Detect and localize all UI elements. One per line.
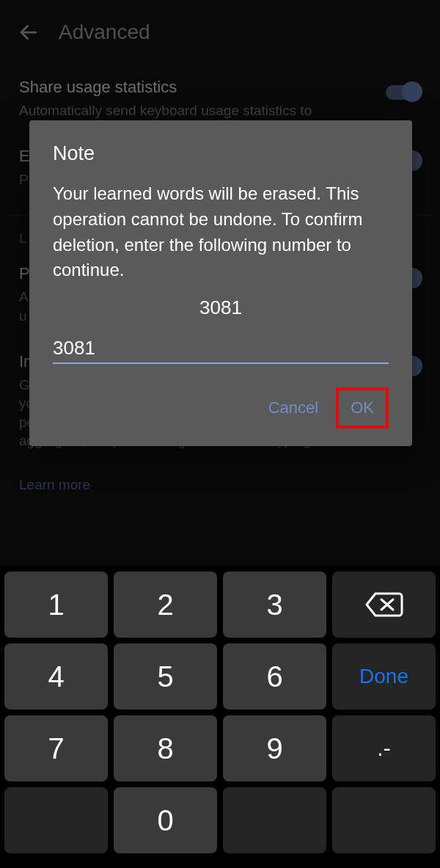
key-blank-left[interactable] xyxy=(4,787,108,853)
dialog-body: Your learned words will be erased. This … xyxy=(53,181,389,283)
key-symbols[interactable]: .- xyxy=(332,715,436,781)
done-key[interactable]: Done xyxy=(332,643,436,710)
key-0[interactable]: 0 xyxy=(114,787,217,853)
dialog-input-wrap xyxy=(53,337,389,364)
key-blank-right[interactable] xyxy=(332,787,436,853)
key-1[interactable]: 1 xyxy=(4,572,108,638)
key-3[interactable]: 3 xyxy=(223,572,326,638)
dialog-confirm-number: 3081 xyxy=(53,296,389,319)
dialog-actions: Cancel OK xyxy=(53,387,389,428)
key-7[interactable]: 7 xyxy=(4,715,108,781)
cancel-button[interactable]: Cancel xyxy=(257,392,330,424)
key-6[interactable]: 6 xyxy=(223,643,326,710)
key-blank-mid[interactable] xyxy=(223,787,326,853)
dialog-title: Note xyxy=(53,142,389,165)
key-4[interactable]: 4 xyxy=(4,643,108,710)
key-5[interactable]: 5 xyxy=(114,643,217,710)
numeric-keyboard: 1 2 3 4 5 6 Done 7 8 9 .- 0 xyxy=(0,566,440,868)
key-8[interactable]: 8 xyxy=(114,715,217,781)
backspace-icon xyxy=(365,591,403,619)
key-9[interactable]: 9 xyxy=(223,715,326,781)
ok-highlight-box: OK xyxy=(336,387,389,428)
dialog-input[interactable] xyxy=(53,337,389,360)
key-2[interactable]: 2 xyxy=(114,572,217,638)
confirm-dialog: Note Your learned words will be erased. … xyxy=(29,120,412,446)
ok-button[interactable]: OK xyxy=(340,392,384,424)
backspace-key[interactable] xyxy=(332,572,436,638)
